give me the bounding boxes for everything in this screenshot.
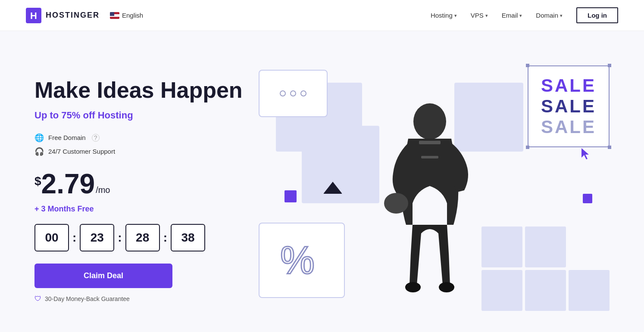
- nav-right: Hosting ▾ VPS ▾ Email ▾ Domain ▾ Log in: [431, 7, 618, 23]
- language-label: English: [122, 12, 143, 19]
- corner-br: [608, 146, 611, 149]
- price-block: $ 2.79 /mo: [34, 170, 250, 198]
- cursor-icon: [579, 147, 592, 163]
- claim-deal-button[interactable]: Claim Deal: [34, 264, 172, 288]
- corner-bl: [526, 146, 529, 149]
- nav-domain[interactable]: Domain ▾: [536, 12, 563, 19]
- svg-point-5: [405, 282, 421, 292]
- chevron-down-icon: ▾: [519, 13, 522, 19]
- person-figure: [369, 91, 490, 315]
- person-svg: [369, 96, 490, 315]
- hero-title: Make Ideas Happen: [34, 78, 250, 102]
- nav-vps[interactable]: VPS ▾: [471, 12, 488, 19]
- grid-cell-3: [569, 227, 610, 267]
- globe-icon: 🌐: [34, 133, 44, 143]
- price-dollar: $: [34, 175, 41, 187]
- flag-icon: [110, 12, 119, 19]
- logo-text: HOSTINGER: [46, 11, 100, 20]
- subtitle-suffix: off Hosting: [80, 110, 133, 121]
- chevron-down-icon: ▾: [560, 13, 563, 19]
- sale-text-3: SALE: [541, 117, 596, 137]
- countdown-seconds: 28: [125, 224, 160, 251]
- countdown-centiseconds: 38: [171, 224, 205, 251]
- percent-icon: %: [276, 235, 328, 286]
- svg-point-6: [439, 282, 454, 292]
- nav-hosting[interactable]: Hosting ▾: [431, 12, 457, 19]
- hero-left: Make Ideas Happen Up to 75% off Hosting …: [34, 69, 250, 302]
- login-button[interactable]: Log in: [576, 7, 618, 23]
- feature-support: 🎧 24/7 Customer Support: [34, 147, 250, 156]
- browser-dot-2: [290, 90, 296, 96]
- svg-rect-7: [419, 141, 441, 144]
- hero-right: % SALE SALE SALE: [250, 57, 610, 315]
- svg-point-4: [384, 193, 408, 214]
- main-content: Make Ideas Happen Up to 75% off Hosting …: [0, 31, 644, 332]
- svg-text:%: %: [280, 239, 315, 282]
- deco-dark-2: [583, 194, 592, 203]
- price-display: $ 2.79 /mo: [34, 170, 250, 198]
- price-amount: 2.79: [41, 170, 95, 198]
- countdown-hours: 00: [34, 224, 69, 251]
- browser-dot-1: [280, 90, 286, 96]
- logo-icon: H: [26, 8, 41, 23]
- chevron-down-icon: ▾: [454, 13, 457, 19]
- shield-icon: 🛡: [34, 295, 41, 303]
- countdown-timer: 00 : 23 : 28 : 38: [34, 224, 250, 251]
- deco-triangle-1: [323, 182, 342, 194]
- grid-cell-2: [525, 227, 566, 267]
- price-period: /mo: [96, 186, 110, 194]
- countdown-minutes: 23: [80, 224, 114, 251]
- info-icon[interactable]: ?: [92, 134, 100, 142]
- navbar: H HOSTINGER English Hosting ▾ VPS ▾ Emai…: [0, 0, 644, 31]
- svg-rect-8: [421, 156, 438, 158]
- hero-subtitle: Up to 75% off Hosting: [34, 110, 250, 121]
- svg-point-3: [413, 103, 446, 140]
- browser-card: [259, 70, 328, 117]
- corner-tl: [526, 64, 529, 67]
- deco-dark-1: [284, 190, 297, 202]
- browser-dot-3: [300, 90, 306, 96]
- sale-text-1: SALE: [541, 75, 596, 96]
- subtitle-prefix: Up to: [34, 110, 61, 121]
- nav-email[interactable]: Email ▾: [502, 12, 522, 19]
- svg-text:H: H: [30, 10, 37, 21]
- feature-domain-text: Free Domain: [48, 134, 86, 141]
- feature-support-text: 24/7 Customer Support: [48, 148, 115, 155]
- grid-bg: [481, 227, 610, 311]
- countdown-sep-1: :: [72, 231, 76, 245]
- logo[interactable]: H HOSTINGER: [26, 8, 100, 23]
- percent-card: %: [259, 223, 345, 298]
- grid-cell-5: [525, 270, 566, 311]
- countdown-sep-2: :: [118, 231, 122, 245]
- chevron-down-icon: ▾: [485, 13, 488, 19]
- guarantee-label: 30-Day Money-Back Guarantee: [45, 295, 130, 302]
- guarantee-text: 🛡 30-Day Money-Back Guarantee: [34, 295, 250, 303]
- sale-card: SALE SALE SALE: [528, 65, 610, 147]
- discount-highlight: 75%: [61, 110, 80, 121]
- feature-list: 🌐 Free Domain ? 🎧 24/7 Customer Support: [34, 133, 250, 156]
- nav-left: H HOSTINGER English: [26, 8, 143, 23]
- sale-text-2: SALE: [541, 96, 596, 117]
- feature-domain: 🌐 Free Domain ?: [34, 133, 250, 143]
- headset-icon: 🎧: [34, 147, 44, 156]
- language-selector[interactable]: English: [110, 12, 143, 19]
- corner-tr: [608, 64, 611, 67]
- months-free: + 3 Months Free: [34, 205, 250, 214]
- countdown-sep-3: :: [163, 231, 167, 245]
- grid-cell-6: [569, 270, 610, 311]
